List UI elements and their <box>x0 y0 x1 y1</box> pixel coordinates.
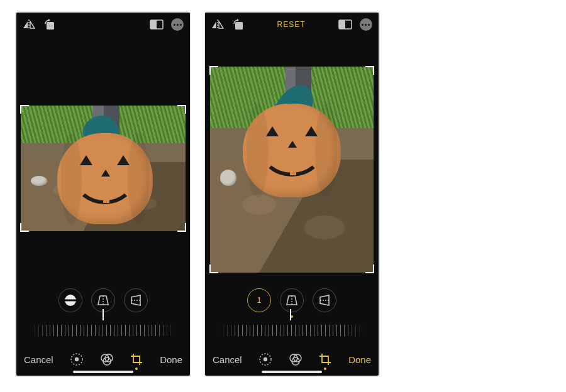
svg-rect-10 <box>235 22 243 30</box>
adjust-tool-icon[interactable] <box>258 352 272 366</box>
filters-tool-icon[interactable] <box>289 352 302 366</box>
flip-horizontal-icon[interactable] <box>23 19 35 30</box>
more-icon[interactable] <box>171 18 184 31</box>
crop-canvas[interactable] <box>205 36 379 283</box>
adjust-dial[interactable] <box>16 318 190 343</box>
svg-point-6 <box>75 357 79 361</box>
cancel-button[interactable]: Cancel <box>24 354 53 365</box>
more-icon[interactable] <box>360 18 372 31</box>
home-indicator[interactable] <box>262 371 322 373</box>
svg-rect-2 <box>150 20 157 29</box>
crop-frame[interactable] <box>21 106 186 231</box>
svg-point-16 <box>264 357 267 361</box>
cancel-button[interactable]: Cancel <box>213 354 242 365</box>
photo-preview <box>210 67 374 273</box>
done-button[interactable]: Done <box>160 354 182 365</box>
home-indicator[interactable] <box>73 371 133 373</box>
perspective-horizontal-icon <box>131 295 141 306</box>
straighten-button[interactable] <box>58 288 82 312</box>
perspective-horizontal-button[interactable] <box>124 288 148 312</box>
perspective-horizontal-button[interactable] <box>313 288 336 312</box>
perspective-vertical-button[interactable] <box>280 288 304 312</box>
straighten-button[interactable]: 1 <box>247 288 271 312</box>
flip-horizontal-icon[interactable] <box>211 19 224 30</box>
crop-frame[interactable] <box>210 67 374 273</box>
top-toolbar <box>16 13 190 36</box>
photo-editor-screen-after: RESET <box>204 11 380 377</box>
perspective-horizontal-icon <box>319 295 330 306</box>
top-toolbar: RESET <box>205 13 379 36</box>
reset-button[interactable]: RESET <box>277 20 305 29</box>
done-button[interactable]: Done <box>348 354 371 365</box>
perspective-vertical-icon <box>97 295 109 305</box>
aspect-ratio-icon[interactable] <box>338 19 352 30</box>
straighten-icon <box>65 295 76 306</box>
crop-tool-icon[interactable] <box>319 353 331 366</box>
photo-editor-screen-before: Cancel Done <box>15 11 191 377</box>
svg-rect-0 <box>47 22 54 30</box>
straighten-value: 1 <box>257 296 262 305</box>
rotate-icon[interactable] <box>231 19 244 30</box>
crop-tool-icon[interactable] <box>130 353 143 366</box>
aspect-ratio-icon[interactable] <box>150 19 164 30</box>
crop-canvas[interactable] <box>16 36 190 283</box>
photo-preview <box>21 106 186 231</box>
perspective-vertical-icon <box>286 295 297 305</box>
rotate-icon[interactable] <box>43 19 55 30</box>
crop-adjust-modes: 1 <box>205 283 379 318</box>
adjust-dial[interactable] <box>205 318 379 343</box>
filters-tool-icon[interactable] <box>100 352 114 366</box>
adjust-tool-icon[interactable] <box>70 352 84 366</box>
svg-rect-12 <box>339 20 345 29</box>
